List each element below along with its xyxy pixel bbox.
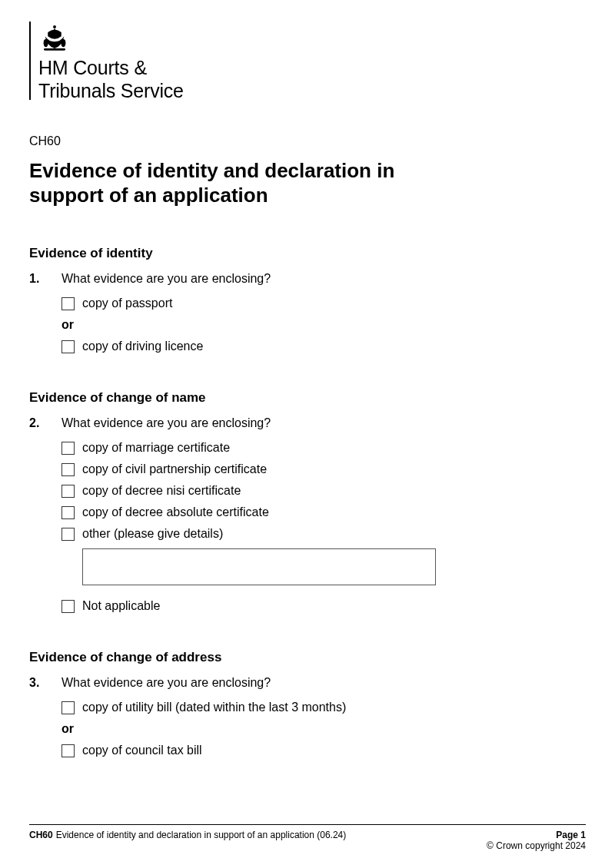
or-separator-3: or [62,722,586,736]
page-footer: CH60 Evidence of identity and declaratio… [29,824,586,851]
question-text-2: What evidence are you are enclosing? [62,416,271,430]
footer-copyright: © Crown copyright 2024 [487,840,586,851]
section-heading-name-change: Evidence of change of name [29,390,586,406]
question-number-1: 1. [29,272,62,286]
label-not-applicable: Not applicable [82,599,160,613]
logo-vertical-bar [29,22,31,100]
checkbox-not-applicable[interactable] [62,600,75,613]
checkbox-council-tax-bill[interactable] [62,744,75,757]
svg-point-0 [53,25,56,28]
question-text-1: What evidence are you are enclosing? [62,272,271,286]
checkbox-marriage-cert[interactable] [62,442,75,455]
label-decree-nisi-cert: copy of decree nisi certificate [82,484,241,498]
footer-page-number: Page 1 [487,830,586,840]
label-other: other (please give details) [82,527,223,541]
label-utility-bill: copy of utility bill (dated within the l… [82,701,346,714]
label-decree-absolute-cert: copy of decree absolute certificate [82,505,269,519]
checkbox-other[interactable] [62,528,75,541]
label-marriage-cert: copy of marriage certificate [82,441,230,455]
question-number-2: 2. [29,416,62,430]
org-name-line2: Tribunals Service [38,80,184,103]
checkbox-driving-licence[interactable] [62,340,75,353]
label-council-tax-bill: copy of council tax bill [82,744,202,757]
label-passport: copy of passport [82,297,172,310]
page-title: Evidence of identity and declaration in … [29,159,460,207]
form-code: CH60 [29,134,586,148]
checkbox-utility-bill[interactable] [62,701,75,714]
section-heading-address-change: Evidence of change of address [29,650,586,665]
checkbox-decree-absolute-cert[interactable] [62,506,75,519]
checkbox-passport[interactable] [62,297,75,310]
question-text-3: What evidence are you are enclosing? [62,676,271,690]
svg-point-1 [44,39,48,48]
other-details-input[interactable] [82,548,436,585]
svg-rect-3 [44,48,65,51]
footer-description: Evidence of identity and declaration in … [56,830,347,851]
org-logo-header: HM Courts & Tribunals Service [29,22,586,102]
or-separator-1: or [62,318,586,332]
footer-form-code: CH60 [29,830,53,851]
checkbox-civil-partnership-cert[interactable] [62,463,75,476]
label-civil-partnership-cert: copy of civil partnership certificate [82,462,267,476]
question-number-3: 3. [29,676,62,690]
checkbox-decree-nisi-cert[interactable] [62,485,75,498]
org-name-line1: HM Courts & [38,57,184,80]
svg-point-2 [61,39,65,48]
label-driving-licence: copy of driving licence [82,340,203,353]
royal-crest-icon [38,22,71,54]
section-heading-identity: Evidence of identity [29,246,586,261]
